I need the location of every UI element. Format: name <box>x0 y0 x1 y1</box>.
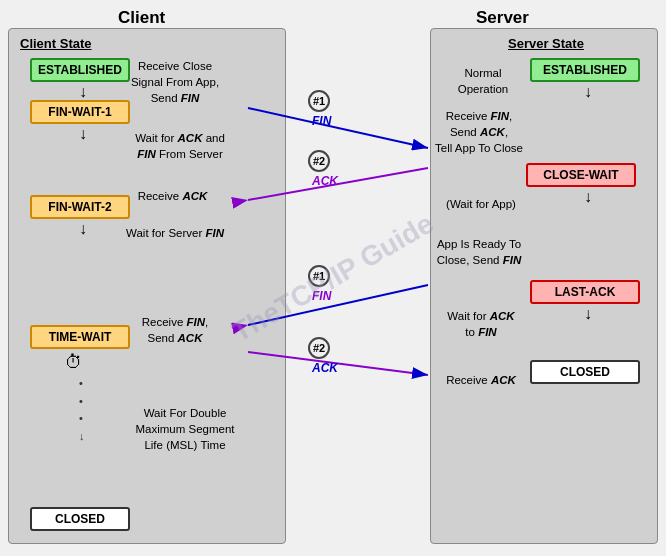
closed-server-box: CLOSED <box>530 360 640 384</box>
server-desc-1: Normal Operation <box>438 65 528 97</box>
server-desc-4: App Is Ready ToClose, Send FIN <box>435 236 523 268</box>
arrow-1: ↓ <box>79 83 87 101</box>
closed-client-box: CLOSED <box>30 507 130 531</box>
arrow-s2: ↓ <box>584 188 592 206</box>
ack-label-2a: ACK <box>312 174 338 188</box>
client-desc-2: Wait for ACK andFIN From Server <box>115 130 245 162</box>
arrow-s3: ↓ <box>584 305 592 323</box>
fin-label-1a: FIN <box>312 114 331 128</box>
num-badge-1a: #1 <box>308 90 330 112</box>
server-desc-5: Wait for ACKto FIN <box>438 308 524 340</box>
fin-label-1b: FIN <box>312 289 331 303</box>
server-title: Server <box>476 8 529 28</box>
client-desc-6: Wait For DoubleMaximum SegmentLife (MSL)… <box>115 405 255 453</box>
tcp-diagram: Client Server Client State Server State … <box>0 0 666 556</box>
arrow-3: ↓ <box>79 220 87 238</box>
client-desc-4: Wait for Server FIN <box>115 225 235 241</box>
dashed-arrow: •••↓ <box>79 375 85 445</box>
server-state-label: Server State <box>508 36 584 51</box>
ack-label-2b: ACK <box>312 361 338 375</box>
clock-icon: ⏱ <box>65 352 83 373</box>
num-badge-2b: #2 <box>308 337 330 359</box>
arrow-s1: ↓ <box>584 83 592 101</box>
close-wait-box: CLOSE-WAIT <box>526 163 636 187</box>
num-badge-1b: #1 <box>308 265 330 287</box>
server-desc-2: Receive FIN,Send ACK,Tell App To Close <box>435 108 523 156</box>
client-desc-5: Receive FIN,Send ACK <box>115 314 235 346</box>
client-title: Client <box>118 8 165 28</box>
client-desc-3: Receive ACK <box>115 188 230 204</box>
client-desc-1: Receive CloseSignal From App,Send FIN <box>115 58 235 106</box>
established-server-box: ESTABLISHED <box>530 58 640 82</box>
arrow-2: ↓ <box>79 125 87 143</box>
num-badge-2a: #2 <box>308 150 330 172</box>
last-ack-box: LAST-ACK <box>530 280 640 304</box>
client-state-label: Client State <box>20 36 92 51</box>
server-desc-6: Receive ACK <box>438 372 524 388</box>
server-desc-3: (Wait for App) <box>438 196 524 212</box>
